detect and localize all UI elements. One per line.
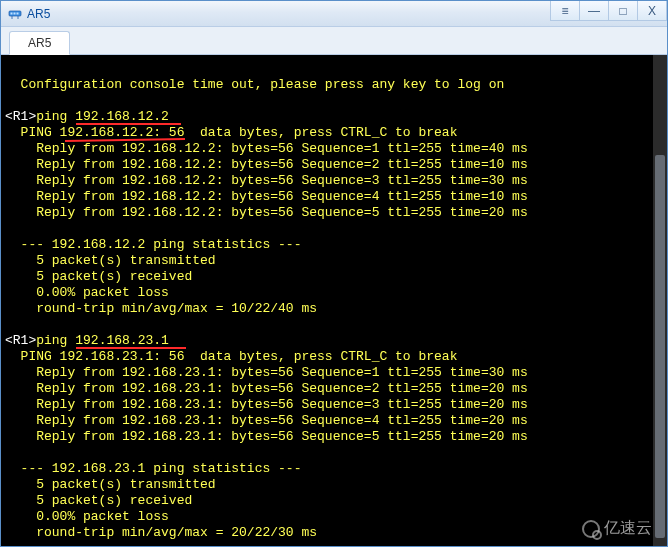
ping-reply: Reply from 192.168.12.2: bytes=56 Sequen… [5,189,528,204]
app-window: AR5 ≡ — □ X AR5 Configuration console ti… [0,0,668,547]
ping-header: PING 192.168.23.1: 56 data bytes, press … [5,349,457,364]
stats-header: --- 192.168.12.2 ping statistics --- [5,237,301,252]
scrollbar-thumb[interactable] [655,155,665,538]
ping-reply: Reply from 192.168.12.2: bytes=56 Sequen… [5,205,528,220]
stats-line: 5 packet(s) received [5,269,192,284]
ping-reply: Reply from 192.168.23.1: bytes=56 Sequen… [5,397,528,412]
stats-line: 5 packet(s) transmitted [5,253,216,268]
maximize-button[interactable]: □ [608,1,638,21]
ping-reply: Reply from 192.168.12.2: bytes=56 Sequen… [5,157,528,172]
svg-rect-1 [11,12,13,14]
ping-reply: Reply from 192.168.12.2: bytes=56 Sequen… [5,141,528,156]
prompt-host: <R1> [5,109,36,124]
tab-label: AR5 [28,36,51,50]
network-device-icon [7,6,23,22]
titlebar[interactable]: AR5 ≡ — □ X [1,1,667,27]
close-icon: X [648,4,656,18]
tabstrip: AR5 [1,27,667,55]
ping-reply: Reply from 192.168.23.1: bytes=56 Sequen… [5,381,528,396]
maximize-icon: □ [619,4,626,18]
ping-header: PING 192.168.12.2: 56 data bytes, press … [5,125,457,140]
ping-reply: Reply from 192.168.23.1: bytes=56 Sequen… [5,365,528,380]
ping-reply: Reply from 192.168.12.2: bytes=56 Sequen… [5,173,528,188]
tab-ar5[interactable]: AR5 [9,31,70,55]
stats-line: round-trip min/avg/max = 20/22/30 ms [5,525,317,540]
window-title: AR5 [27,7,50,21]
term-line: Configuration console time out, please p… [5,77,504,92]
stats-line: 5 packet(s) received [5,493,192,508]
svg-rect-3 [17,12,19,14]
menu-icon: ≡ [561,4,568,18]
stats-line: round-trip min/avg/max = 10/22/40 ms [5,301,317,316]
scrollbar-vertical[interactable] [653,55,667,546]
window-controls: ≡ — □ X [551,1,667,21]
terminal-content: Configuration console time out, please p… [1,55,667,546]
prompt-cmd: ping 192.168.12.2 [36,109,169,124]
title-left: AR5 [1,6,50,22]
close-button[interactable]: X [637,1,667,21]
stats-line: 5 packet(s) transmitted [5,477,216,492]
stats-line: 0.00% packet loss [5,285,169,300]
terminal[interactable]: Configuration console time out, please p… [1,55,667,546]
ping-reply: Reply from 192.168.23.1: bytes=56 Sequen… [5,413,528,428]
prompt-host: <R1> [5,333,36,348]
ping-reply: Reply from 192.168.23.1: bytes=56 Sequen… [5,429,528,444]
stats-line: 0.00% packet loss [5,509,169,524]
stats-header: --- 192.168.23.1 ping statistics --- [5,461,301,476]
minimize-button[interactable]: — [579,1,609,21]
menu-button[interactable]: ≡ [550,1,580,21]
minimize-icon: — [588,4,600,18]
prompt-cmd: ping 192.168.23.1 [36,333,169,348]
svg-rect-2 [14,12,16,14]
